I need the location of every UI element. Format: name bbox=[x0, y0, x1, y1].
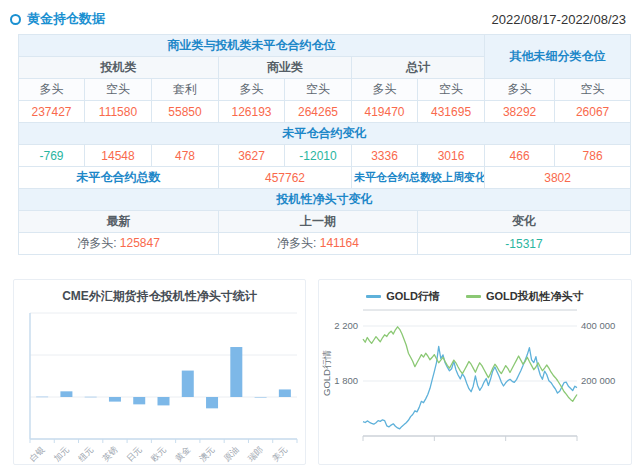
side-header: 套利 bbox=[152, 79, 219, 101]
side-header: 多头 bbox=[19, 79, 85, 101]
x-axis-label: 白银 bbox=[27, 444, 46, 463]
x-axis-label: 美元 bbox=[270, 444, 289, 463]
total-change-label-cell: 未平仓合约总数较上周变化 bbox=[352, 167, 485, 189]
change-section-title: 未平仓合约变化 bbox=[19, 123, 631, 145]
open-interest-value: 55850 bbox=[152, 101, 219, 123]
net-prev-label: 净多头: bbox=[277, 236, 316, 250]
open-interest-value: 26067 bbox=[555, 101, 631, 123]
open-interest-value: 237427 bbox=[19, 101, 85, 123]
bar-chart: 白银加元纽元英镑日元欧元黄金澳元原油瑞郎美元 bbox=[14, 305, 303, 463]
oi-change-value: -769 bbox=[19, 145, 85, 167]
open-interest-value: 431695 bbox=[418, 101, 485, 123]
total-value-cell: 457762 bbox=[219, 167, 352, 189]
side-header: 多头 bbox=[485, 79, 555, 101]
x-axis-label: 日元 bbox=[125, 444, 144, 463]
oi-change-value: 3627 bbox=[219, 145, 285, 167]
right-axis-label: 200 000 bbox=[581, 375, 615, 386]
bar bbox=[279, 389, 291, 397]
total-group-header: 总计 bbox=[352, 57, 485, 79]
open-interest-value: 38292 bbox=[485, 101, 555, 123]
charts-row: CME外汇期货持仓投机性净头寸统计 白银加元纽元英镑日元欧元黄金澳元原油瑞郎美元… bbox=[13, 279, 634, 465]
x-axis-label: 原油 bbox=[222, 444, 241, 463]
side-header: 多头 bbox=[219, 79, 285, 101]
legend-line-blue-icon bbox=[366, 295, 381, 298]
x-axis-label: 黄金 bbox=[172, 444, 192, 463]
x-axis-label: 澳元 bbox=[197, 444, 216, 463]
bar bbox=[133, 397, 145, 404]
bar bbox=[206, 397, 218, 408]
net-header-change: 变化 bbox=[418, 211, 631, 233]
bar bbox=[109, 397, 121, 402]
comm-group-header: 商业类 bbox=[219, 57, 352, 79]
net-latest-value: 125847 bbox=[120, 236, 160, 250]
legend-label: GOLD行情 bbox=[386, 289, 440, 304]
oi-change-value: 478 bbox=[152, 145, 219, 167]
oi-change-value: 3016 bbox=[418, 145, 485, 167]
page-title: 黄金持仓数据 bbox=[27, 10, 105, 28]
page: 黄金持仓数据 2022/08/17-2022/08/23 商业类与投机类未平仓合… bbox=[0, 0, 634, 465]
net-header-previous: 上一期 bbox=[219, 211, 418, 233]
title-bar: 黄金持仓数据 2022/08/17-2022/08/23 bbox=[0, 0, 634, 34]
open-interest-value: 264265 bbox=[285, 101, 352, 123]
oi-change-value: 786 bbox=[555, 145, 631, 167]
net-header-latest: 最新 bbox=[19, 211, 219, 233]
open-interest-value: 111580 bbox=[85, 101, 152, 123]
side-header: 空头 bbox=[555, 79, 631, 101]
bar-chart-title: CME外汇期货持仓投机性净头寸统计 bbox=[14, 280, 305, 305]
oi-change-value: 3336 bbox=[352, 145, 418, 167]
x-axis-label: 纽元 bbox=[75, 444, 95, 463]
legend-item-gold-price: GOLD行情 bbox=[366, 289, 440, 304]
side-header: 空头 bbox=[418, 79, 485, 101]
legend-line-green-icon bbox=[466, 295, 481, 298]
title-left: 黄金持仓数据 bbox=[10, 10, 105, 28]
spec-group-header: 投机类 bbox=[19, 57, 219, 79]
line-chart-legend: GOLD行情 GOLD投机性净头寸 bbox=[319, 280, 631, 304]
total-change-value-cell: 3802 bbox=[485, 167, 631, 189]
oi-change-value: 466 bbox=[485, 145, 555, 167]
side-header: 多头 bbox=[352, 79, 418, 101]
series-line bbox=[363, 346, 577, 429]
line-chart-card: GOLD行情 GOLD投机性净头寸 2 2001 800400 000200 0… bbox=[318, 279, 632, 465]
oi-change-value: -12010 bbox=[285, 145, 352, 167]
net-prev-value: 141164 bbox=[320, 236, 359, 250]
oi-change-value: 14548 bbox=[85, 145, 152, 167]
bar bbox=[230, 347, 242, 397]
bar bbox=[36, 397, 48, 398]
open-interest-value: 126193 bbox=[219, 101, 285, 123]
left-axis-label: 2 200 bbox=[334, 320, 358, 331]
x-axis-label: 欧元 bbox=[149, 444, 168, 463]
y-axis-title: GOLD行情 bbox=[321, 350, 332, 396]
bar bbox=[182, 371, 194, 397]
x-axis-label: 加元 bbox=[52, 444, 71, 463]
other-title-cell: 其他未细分类仓位 bbox=[485, 35, 631, 79]
net-section-title: 投机性净头寸变化 bbox=[19, 189, 631, 211]
bar bbox=[85, 397, 97, 398]
side-header: 空头 bbox=[85, 79, 152, 101]
left-axis-label: 1 800 bbox=[334, 375, 358, 386]
bar bbox=[158, 397, 170, 405]
net-latest-cell: 净多头: 125847 bbox=[19, 233, 219, 255]
net-change-value: -15317 bbox=[418, 233, 631, 255]
bar bbox=[255, 397, 267, 398]
line-chart: 2 2001 800400 000200 000GOLD行情 bbox=[319, 304, 629, 454]
bar bbox=[60, 391, 72, 397]
bar-chart-card: CME外汇期货持仓投机性净头寸统计 白银加元纽元英镑日元欧元黄金澳元原油瑞郎美元 bbox=[13, 279, 306, 465]
net-prev-cell: 净多头: 141164 bbox=[219, 233, 418, 255]
bullet-circle-icon bbox=[10, 14, 21, 25]
open-interest-value: 419470 bbox=[352, 101, 418, 123]
legend-label: GOLD投机性净头寸 bbox=[486, 289, 584, 304]
x-axis-label: 瑞郎 bbox=[246, 444, 265, 463]
side-header: 空头 bbox=[285, 79, 352, 101]
group-title-cell: 商业类与投机类未平仓合约仓位 bbox=[19, 35, 485, 57]
x-axis-label: 英镑 bbox=[100, 444, 120, 463]
legend-item-net-position: GOLD投机性净头寸 bbox=[466, 289, 584, 304]
right-axis-label: 400 000 bbox=[581, 320, 615, 331]
total-label-cell: 未平仓合约总数 bbox=[19, 167, 219, 189]
position-table: 商业类与投机类未平仓合约仓位 其他未细分类仓位 投机类 商业类 总计 多头 空头… bbox=[18, 34, 631, 255]
net-latest-label: 净多头: bbox=[77, 236, 116, 250]
date-range: 2022/08/17-2022/08/23 bbox=[492, 12, 626, 27]
